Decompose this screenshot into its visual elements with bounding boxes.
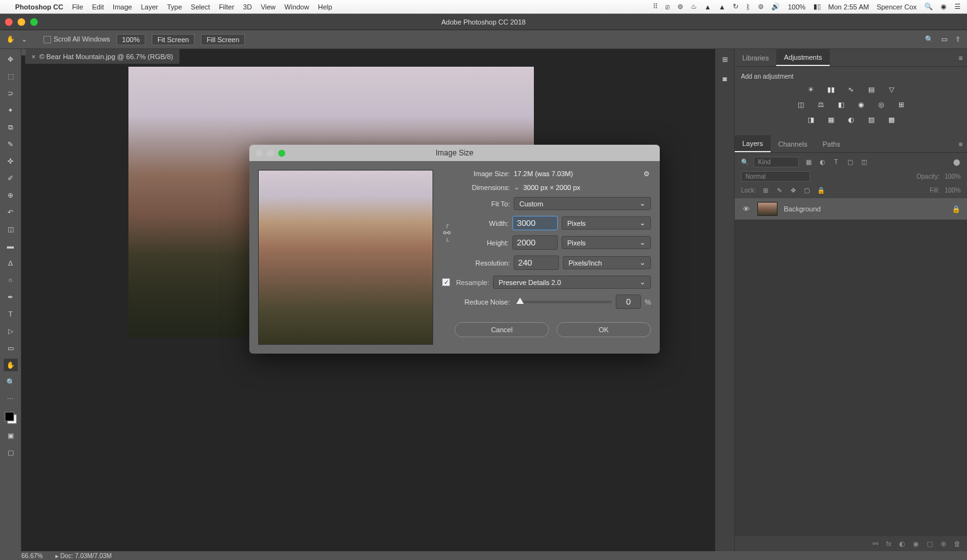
zoom-tool[interactable]: 🔍 (4, 376, 18, 388)
height-input[interactable] (512, 235, 558, 250)
filter-smart-icon[interactable]: ◫ (859, 158, 868, 167)
mask-icon[interactable]: ◐ (899, 540, 905, 548)
stamp-tool[interactable]: ⊕ (4, 189, 18, 201)
hand-tool[interactable]: ✋ (4, 359, 18, 371)
document-tab[interactable]: × © Bear Hat Mountain.jpg @ 66.7% (RGB/8… (25, 49, 179, 64)
panel-icon-2[interactable]: ◙ (723, 75, 727, 82)
layer-name[interactable]: Background (784, 205, 821, 213)
dodge-tool[interactable]: ○ (4, 274, 18, 286)
adj-posterize-icon[interactable]: ▦ (825, 114, 837, 125)
filter-search-icon[interactable]: 🔍 (741, 159, 749, 165)
time-machine-icon[interactable]: ↻ (733, 3, 738, 11)
menu-type[interactable]: Type (167, 3, 182, 11)
filter-shape-icon[interactable]: ▢ (845, 158, 854, 167)
menu-layer[interactable]: Layer (141, 3, 159, 11)
healing-tool[interactable]: ✜ (4, 155, 18, 167)
history-brush-tool[interactable]: ↶ (4, 206, 18, 218)
flame-icon[interactable]: ♨ (691, 3, 697, 11)
panel-menu-icon[interactable]: ≡ (954, 49, 967, 66)
dialog-close[interactable] (256, 150, 263, 157)
layer-filter-kind[interactable]: Kind (754, 157, 799, 167)
bluetooth-icon[interactable]: ᛒ (746, 3, 750, 11)
dialog-minimize[interactable] (267, 150, 274, 157)
blur-tool[interactable]: ∆ (4, 257, 18, 269)
magic-wand-tool[interactable]: ✦ (4, 104, 18, 116)
path-select-tool[interactable]: ▷ (4, 325, 18, 337)
menu-file[interactable]: File (72, 3, 83, 11)
battery-icon[interactable]: ▮▯ (813, 3, 821, 11)
resample-checkbox[interactable]: ✓ (442, 278, 450, 286)
search-icon[interactable]: 🔍 (925, 35, 934, 43)
cancel-button[interactable]: Cancel (455, 322, 549, 337)
window-controls[interactable] (5, 18, 38, 26)
layer-visibility-icon[interactable]: 👁 (741, 205, 751, 213)
crop-tool[interactable]: ⧉ (4, 121, 18, 133)
status-doc-info[interactable]: ▸ Doc: 7.03M/7.03M (55, 552, 112, 559)
adj-brightness-icon[interactable]: ☀ (805, 84, 817, 95)
filter-adj-icon[interactable]: ◐ (818, 158, 827, 167)
status-zoom[interactable]: 66.67% (21, 552, 43, 559)
spotlight-icon[interactable]: 🔍 (924, 3, 933, 11)
more-tools[interactable]: ⋯ (4, 393, 18, 405)
menu-3d[interactable]: 3D (243, 3, 252, 11)
adj-bw-icon[interactable]: ◧ (835, 99, 847, 110)
adj-gradient-icon[interactable]: ▨ (866, 114, 877, 125)
brush-tool[interactable]: ✐ (4, 172, 18, 184)
adj-lookup-icon[interactable]: ⊞ (896, 99, 907, 110)
close-window[interactable] (5, 18, 13, 26)
pen-tool[interactable]: ✒ (4, 291, 18, 303)
tab-paths[interactable]: Paths (815, 135, 848, 152)
marquee-tool[interactable]: ⬚ (4, 70, 18, 82)
menu-filter[interactable]: Filter (219, 3, 234, 11)
workspace-icon[interactable]: ▭ (941, 35, 947, 43)
delete-layer-icon[interactable]: 🗑 (954, 540, 961, 547)
constrain-link-icon[interactable]: ┌ ⚯ └ (442, 221, 452, 245)
status-icon[interactable]: ⎚ (665, 3, 670, 11)
share-icon[interactable]: ⇪ (955, 35, 961, 43)
tab-libraries[interactable]: Libraries (735, 49, 776, 66)
zoom-level[interactable]: 100% (116, 34, 145, 45)
height-unit-select[interactable]: Pixels⌄ (562, 236, 651, 249)
resolution-unit-select[interactable]: Pixels/Inch⌄ (563, 256, 651, 269)
adj-threshold-icon[interactable]: ◐ (845, 114, 857, 125)
tab-layers[interactable]: Layers (735, 135, 771, 152)
new-group-icon[interactable]: ▢ (927, 540, 933, 548)
layer-row-background[interactable]: 👁 Background 🔒 (735, 198, 967, 220)
resample-select[interactable]: Preserve Details 2.0⌄ (493, 276, 651, 289)
tab-adjustments[interactable]: Adjustments (776, 49, 830, 66)
fill-value[interactable]: 100% (944, 187, 961, 194)
menu-select[interactable]: Select (191, 3, 210, 11)
lock-brush-icon[interactable]: ✎ (775, 186, 784, 194)
menu-help[interactable]: Help (318, 3, 332, 11)
hand-tool-icon[interactable]: ✋ (6, 35, 15, 43)
menu-edit[interactable]: Edit (92, 3, 104, 11)
lock-all-icon[interactable]: 🔒 (817, 186, 825, 194)
scroll-all-checkbox[interactable]: Scroll All Windows (43, 35, 110, 43)
resolution-input[interactable] (514, 255, 559, 270)
user-name[interactable]: Spencer Cox (876, 3, 917, 11)
lock-artboard-icon[interactable]: ▢ (803, 186, 811, 194)
fx-icon[interactable]: fx (886, 540, 891, 547)
adj-photo-icon[interactable]: ◉ (856, 99, 867, 110)
cc-icon[interactable]: ⊚ (677, 3, 683, 11)
filter-pixel-icon[interactable]: ▦ (804, 158, 813, 167)
color-swatch[interactable] (4, 412, 18, 425)
adj-invert-icon[interactable]: ◨ (805, 114, 817, 125)
clock[interactable]: Mon 2:55 AM (828, 3, 869, 11)
move-tool[interactable]: ✥ (4, 53, 18, 65)
type-tool[interactable]: T (4, 308, 18, 320)
warning-icon[interactable]: ▲ (704, 3, 711, 11)
minimize-window[interactable] (18, 18, 25, 26)
opacity-value[interactable]: 100% (944, 173, 961, 180)
adj-exposure-icon[interactable]: ▤ (866, 84, 877, 95)
wifi-icon[interactable]: ⊜ (758, 3, 764, 11)
eyedropper-tool[interactable]: ✎ (4, 138, 18, 150)
fitto-select[interactable]: Custom⌄ (514, 197, 651, 210)
adj-hue-icon[interactable]: ◫ (795, 99, 806, 110)
app-name[interactable]: Photoshop CC (15, 3, 63, 11)
gradient-tool[interactable]: ▬ (4, 240, 18, 252)
fill-screen-button[interactable]: Fill Screen (201, 34, 245, 45)
dropbox-icon[interactable]: ⠿ (653, 3, 658, 11)
adj-levels-icon[interactable]: ▮▮ (825, 84, 837, 95)
notification-icon[interactable]: ☰ (954, 3, 961, 11)
